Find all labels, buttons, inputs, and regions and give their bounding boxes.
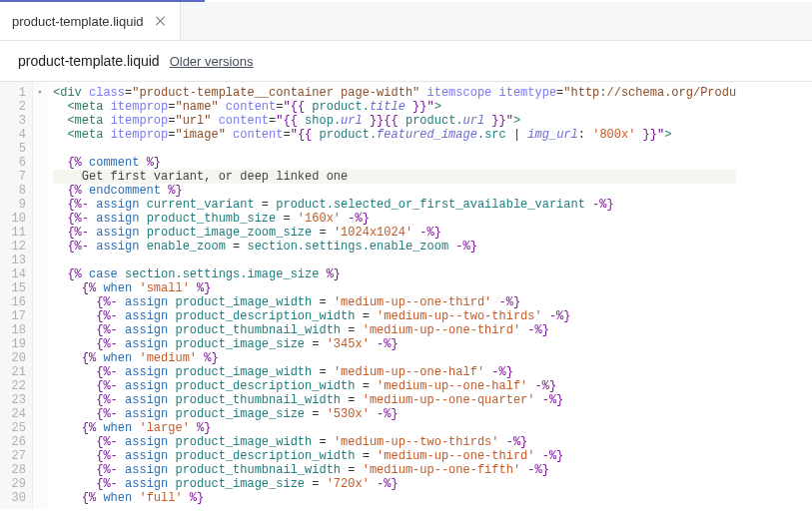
code-line[interactable]: <meta itemprop="name" content="{{ produc… (53, 100, 736, 114)
file-header: product-template.liquid Older versions (0, 41, 812, 82)
code-area[interactable]: <div class="product-template__container … (47, 82, 736, 509)
line-number-gutter: 1234567891011121314151617181920212223242… (0, 82, 33, 509)
tab-label: product-template.liquid (12, 14, 144, 29)
code-line[interactable]: {%- assign product_image_zoom_size = '10… (53, 226, 736, 240)
code-line[interactable]: {%- assign product_description_width = '… (53, 449, 736, 463)
fold-gutter: ▾ (33, 82, 47, 509)
code-line[interactable]: {%- assign current_variant = product.sel… (53, 198, 736, 212)
code-line[interactable]: {%- assign product_description_width = '… (53, 379, 736, 393)
code-line[interactable]: {% when 'large' %} (53, 421, 736, 435)
code-line[interactable]: {% when 'full' %} (53, 491, 736, 505)
code-line[interactable]: Get first variant, or deep linked one (53, 170, 736, 184)
code-line[interactable]: {% when 'medium' %} (53, 351, 736, 365)
code-line[interactable]: {%- assign enable_zoom = section.setting… (53, 240, 736, 254)
code-line[interactable]: <meta itemprop="url" content="{{ shop.ur… (53, 114, 736, 128)
code-line[interactable]: {% when 'small' %} (53, 281, 736, 295)
code-line[interactable]: {%- assign product_image_width = 'medium… (53, 435, 736, 449)
code-line[interactable]: {%- assign product_image_size = '345x' -… (53, 337, 736, 351)
code-line[interactable]: {%- assign product_image_width = 'medium… (53, 365, 736, 379)
code-line[interactable]: {%- assign product_thumbnail_width = 'me… (53, 323, 736, 337)
code-line[interactable]: <meta itemprop="image" content="{{ produ… (53, 128, 736, 142)
code-line[interactable]: {%- assign product_image_size = '720x' -… (53, 477, 736, 491)
code-editor[interactable]: 1234567891011121314151617181920212223242… (0, 82, 812, 509)
older-versions-link[interactable]: Older versions (170, 54, 254, 69)
code-line[interactable]: {%- assign product_thumbnail_width = 'me… (53, 393, 736, 407)
code-line[interactable]: {% comment %} (53, 156, 736, 170)
close-icon[interactable] (154, 14, 168, 28)
tabs-bar: product-template.liquid (0, 2, 812, 41)
code-line[interactable] (53, 142, 736, 156)
code-line[interactable]: {%- assign product_image_width = 'medium… (53, 295, 736, 309)
code-line[interactable]: {% endcomment %} (53, 184, 736, 198)
tab-product-template[interactable]: product-template.liquid (0, 2, 181, 40)
code-line[interactable]: {%- assign product_thumbnail_width = 'me… (53, 463, 736, 477)
code-line[interactable]: {%- assign product_thumb_size = '160x' -… (53, 212, 736, 226)
code-line[interactable]: {%- assign product_description_width = '… (53, 309, 736, 323)
code-line[interactable]: {%- assign product_image_size = '530x' -… (53, 407, 736, 421)
page-title: product-template.liquid (18, 53, 160, 69)
code-line[interactable] (53, 254, 736, 267)
code-line[interactable]: {% case section.settings.image_size %} (53, 267, 736, 281)
code-line[interactable]: <div class="product-template__container … (53, 86, 736, 100)
